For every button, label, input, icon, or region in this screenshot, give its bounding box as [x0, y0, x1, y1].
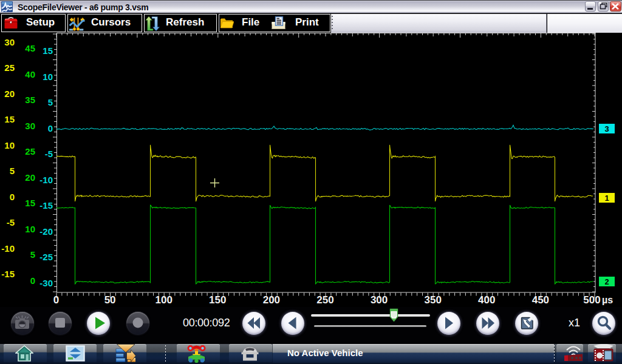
- svg-text:-10: -10: [39, 175, 53, 185]
- svg-text:25: 25: [4, 62, 15, 73]
- svg-text:10: 10: [43, 72, 53, 82]
- svg-text:300: 300: [371, 294, 388, 306]
- svg-text:35: 35: [25, 95, 35, 105]
- svg-text:400: 400: [478, 294, 495, 306]
- svg-text:15: 15: [4, 114, 15, 124]
- svg-text:-10: -10: [1, 243, 15, 254]
- svg-text:20: 20: [25, 172, 35, 183]
- svg-text:0: 0: [48, 123, 53, 133]
- svg-text:200: 200: [263, 294, 280, 306]
- svg-text:3: 3: [604, 124, 609, 133]
- svg-text:15: 15: [43, 46, 53, 56]
- svg-text:µs: µs: [602, 295, 613, 305]
- svg-text:250: 250: [316, 294, 333, 306]
- svg-text:-5: -5: [45, 149, 53, 159]
- svg-text:5: 5: [30, 249, 35, 260]
- svg-text:10: 10: [4, 140, 15, 150]
- svg-text:-5: -5: [7, 217, 15, 228]
- svg-text:0: 0: [53, 294, 59, 306]
- svg-text:-15: -15: [39, 200, 53, 211]
- svg-text:30: 30: [4, 37, 15, 47]
- svg-text:-25: -25: [39, 252, 53, 262]
- svg-text:5: 5: [10, 166, 15, 176]
- svg-text:5: 5: [48, 97, 53, 107]
- svg-text:150: 150: [209, 294, 226, 306]
- svg-text:25: 25: [25, 146, 35, 157]
- svg-text:-15: -15: [1, 269, 15, 279]
- svg-text:40: 40: [25, 69, 35, 79]
- svg-text:100: 100: [156, 294, 173, 306]
- svg-text:15: 15: [25, 198, 35, 208]
- svg-text:30: 30: [25, 121, 35, 131]
- svg-text:450: 450: [532, 294, 549, 306]
- svg-text:0: 0: [30, 275, 35, 286]
- svg-text:-30: -30: [39, 278, 53, 288]
- svg-text:2: 2: [604, 277, 609, 286]
- svg-text:50: 50: [104, 294, 116, 306]
- svg-text:0: 0: [10, 192, 15, 202]
- svg-text:350: 350: [425, 294, 442, 306]
- svg-text:500: 500: [583, 294, 600, 306]
- svg-text:10: 10: [25, 224, 35, 234]
- svg-text:45: 45: [25, 43, 35, 53]
- svg-text:1: 1: [604, 194, 609, 203]
- svg-text:20: 20: [4, 89, 15, 99]
- svg-text:-20: -20: [39, 226, 53, 237]
